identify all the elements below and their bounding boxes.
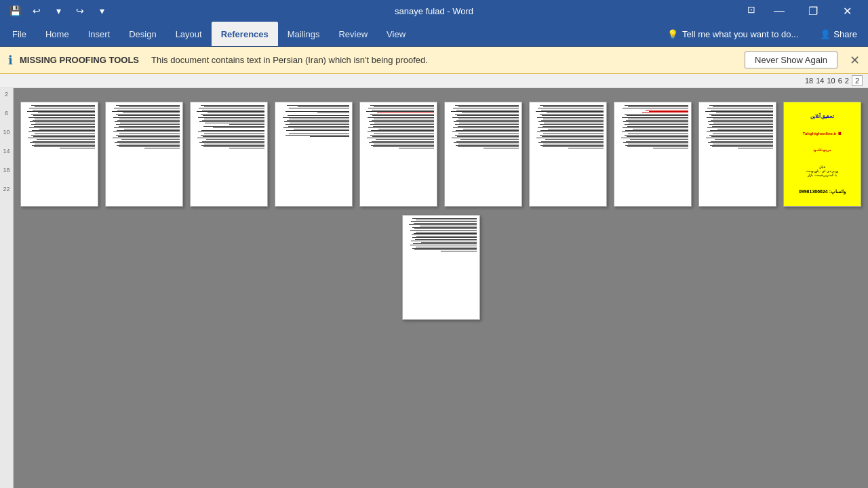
customize-qat-button[interactable]: ▾ (92, 1, 111, 20)
minimize-icon: — (774, 5, 785, 17)
share-label: Share (833, 29, 857, 39)
zoom-value-14: 14 (816, 77, 824, 85)
page-thumb-9[interactable] (698, 102, 776, 207)
zoom-box-value: 2 (855, 77, 859, 85)
page-content-4 (275, 102, 352, 206)
zoom-value-10: 10 (827, 77, 835, 85)
page-content-6 (445, 102, 521, 206)
ad-phone: واتساپ: 09981366624 (799, 189, 846, 195)
undo-dropdown-button[interactable]: ▾ (49, 1, 68, 20)
person-icon: 👤 (820, 29, 831, 39)
vruler-10: 10 (3, 129, 9, 136)
more-icon: ▾ (100, 5, 104, 16)
page-content-1 (21, 102, 98, 206)
close-button[interactable]: ✕ (831, 0, 863, 22)
page-content-2 (106, 102, 182, 206)
vertical-ruler: 2 6 10 14 18 22 (0, 88, 14, 488)
tab-references[interactable]: References (212, 22, 278, 46)
tab-review[interactable]: Review (329, 22, 377, 46)
ribbon-tabs: File Home Insert Design Layout Reference… (0, 22, 418, 46)
page-thumb-11[interactable] (402, 215, 480, 320)
page-thumb-7[interactable] (529, 102, 607, 207)
notification-close-button[interactable]: ✕ (850, 53, 860, 68)
zoom-value-2: 2 (845, 77, 849, 85)
tab-layout[interactable]: Layout (166, 22, 212, 46)
zoom-value-6: 6 (838, 77, 842, 85)
close-icon: ✕ (843, 5, 852, 18)
vruler-14: 14 (3, 148, 9, 155)
notification-body: This document contains text in Persian (… (151, 55, 738, 65)
title-bar: 💾 ↩ ▾ ↪ ▾ sanaye fulad - Word ⊡ — ❐ ✕ (0, 0, 868, 22)
notification-bar: ℹ MISSING PROOFING TOOLS This document c… (0, 47, 868, 74)
page-thumb-10[interactable]: تحقیق آنلاین Tahghighonline.ir 🖥 مرجع دا… (783, 102, 861, 207)
focus-icon: ⊡ (747, 4, 755, 15)
focus-button[interactable]: ⊡ (742, 0, 761, 19)
vruler-6: 6 (5, 110, 8, 117)
page-thumb-6[interactable] (444, 102, 522, 207)
page-thumb-4[interactable] (275, 102, 353, 207)
restore-button[interactable]: ❐ (797, 0, 829, 22)
tab-insert[interactable]: Insert (79, 22, 120, 46)
zoom-input-box[interactable]: 2 (852, 75, 863, 86)
main-area: 2 6 10 14 18 22 (0, 88, 868, 488)
share-button[interactable]: 👤 Share (814, 26, 863, 42)
page-content-11 (403, 216, 479, 319)
info-icon: ℹ (8, 53, 13, 68)
page-thumb-5[interactable] (359, 102, 437, 207)
page-thumb-3[interactable] (190, 102, 268, 207)
vruler-2: 2 (5, 91, 8, 98)
page-content-9 (699, 102, 776, 206)
pages-row-top: تحقیق آنلاین Tahghighonline.ir 🖥 مرجع دا… (20, 102, 861, 207)
lightbulb-icon: 💡 (667, 29, 678, 39)
restore-icon: ❐ (808, 5, 818, 18)
notification-title: MISSING PROOFING TOOLS (20, 55, 139, 65)
tab-mailings[interactable]: Mailings (278, 22, 330, 46)
tell-me-input[interactable]: 💡 Tell me what you want to do... (662, 26, 804, 42)
tab-home[interactable]: Home (36, 22, 79, 46)
quick-access-toolbar: 💾 ↩ ▾ ↪ ▾ (5, 1, 111, 20)
document-title: sanaye fulad - Word (395, 6, 473, 16)
ribbon-right: 💡 Tell me what you want to do... 👤 Share (662, 26, 868, 42)
page-thumb-2[interactable] (105, 102, 183, 207)
ad-title: تحقیق آنلاین (810, 114, 835, 119)
tab-design[interactable]: Design (119, 22, 165, 46)
ad-site: Tahghighonline.ir 🖥 (803, 131, 842, 136)
tell-me-text: Tell me what you want to do... (682, 29, 798, 39)
tab-view[interactable]: View (377, 22, 415, 46)
tab-file[interactable]: File (3, 22, 36, 46)
undo-icon: ↩ (33, 5, 41, 16)
page-content-8 (614, 102, 691, 206)
page-thumb-1[interactable] (20, 102, 98, 207)
chevron-down-icon: ▾ (56, 5, 61, 16)
ribbon: File Home Insert Design Layout Reference… (0, 22, 868, 47)
redo-icon: ↪ (76, 5, 84, 16)
undo-button[interactable]: ↩ (27, 1, 46, 20)
never-show-again-button[interactable]: Never Show Again (745, 52, 837, 68)
zoom-ruler: 18 14 10 6 2 2 (0, 74, 868, 88)
save-button[interactable]: 💾 (5, 1, 24, 20)
document-canvas: تحقیق آنلاین Tahghighonline.ir 🖥 مرجع دا… (14, 88, 868, 488)
save-icon: 💾 (9, 5, 21, 16)
ad-content: تحقیق آنلاین Tahghighonline.ir 🖥 مرجع دا… (787, 105, 858, 203)
vruler-22: 22 (3, 186, 9, 192)
vruler-18: 18 (3, 167, 9, 174)
ad-body: فایلوردی دی ای - پاورپوینتبا کمترین قیمت… (806, 165, 838, 177)
ad-subtitle: مرجع دانلـــود (813, 148, 831, 152)
pages-row-bottom (402, 215, 480, 320)
minimize-button[interactable]: — (764, 0, 795, 22)
page-content-3 (191, 102, 267, 206)
zoom-value-18: 18 (805, 77, 813, 85)
window-controls: ⊡ — ❐ ✕ (742, 0, 863, 22)
page-content-7 (530, 102, 606, 206)
page-content-5 (360, 102, 437, 206)
page-thumb-8[interactable] (614, 102, 692, 207)
redo-button[interactable]: ↪ (71, 1, 90, 20)
